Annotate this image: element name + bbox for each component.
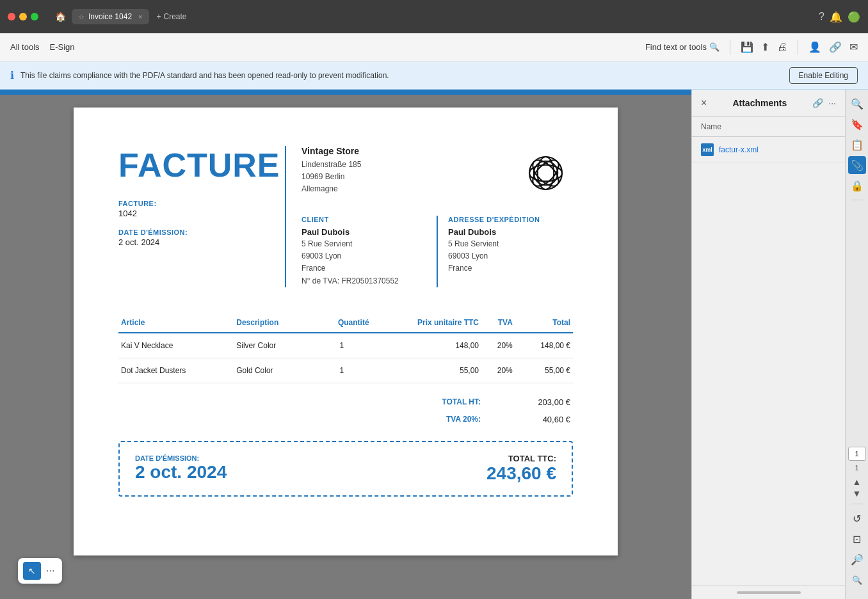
date-label: DATE D'ÉMISSION: [118, 228, 285, 236]
panel-header: × Attachments 🔗 ··· [692, 90, 845, 117]
sidebar-zoom-out-icon[interactable]: 🔍 [848, 571, 866, 589]
row2-article: Dot Jacket Dusters [118, 358, 234, 383]
find-text-area[interactable]: Find text or tools 🔍 [645, 42, 719, 52]
panel-more-icon[interactable]: ··· [828, 98, 836, 108]
invoice-title: FACTURE [118, 146, 285, 184]
maximize-button[interactable] [31, 13, 38, 20]
panel-scroll: xml factur-x.xml [692, 137, 845, 586]
footer-date-value: 2 oct. 2024 [135, 462, 227, 483]
all-tools-link[interactable]: All tools [10, 42, 40, 52]
enable-editing-button[interactable]: Enable Editing [789, 67, 858, 84]
client-address-3: France [301, 262, 426, 275]
row1-qty: 1 [312, 333, 371, 358]
panel-close-button[interactable]: × [701, 97, 707, 109]
row1-total: 148,00 € [515, 333, 573, 358]
sidebar-zoom-in-icon[interactable]: 🔎 [848, 550, 866, 568]
row1-description: Silver Color [234, 333, 312, 358]
panel-column-header: Name [692, 117, 845, 137]
invoice-left: FACTURE FACTURE: 1042 DATE D'ÉMISSION: 2… [118, 146, 285, 287]
attachment-filename: factur-x.xml [719, 145, 759, 154]
client-tva: N° de TVA: FR20501370552 [301, 275, 426, 287]
total-ht-row: TOTAL HT: 203,00 € [118, 394, 573, 411]
new-tab-button[interactable]: + Create [152, 9, 192, 24]
sidebar-divider-2 [851, 504, 864, 504]
plus-icon: + [157, 12, 161, 21]
sidebar-lock-icon[interactable]: 🔒 [848, 177, 866, 195]
print-icon[interactable]: 🖨 [777, 42, 787, 53]
minimize-button[interactable] [19, 13, 27, 20]
user-icon[interactable]: 👤 [808, 41, 821, 53]
total-ht-label: TOTAL HT: [442, 397, 481, 406]
tab-invoice[interactable]: ☆ Invoice 1042 × [72, 9, 149, 24]
shipping-name: Paul Dubois [448, 227, 573, 237]
save-icon[interactable]: 💾 [741, 41, 753, 53]
tab-label: Invoice 1042 [88, 12, 132, 21]
bottom-toolbar: ↖ ··· [18, 558, 62, 584]
toolbar-icons: 💾 ⬆ 🖨 👤 🔗 ✉ [741, 40, 858, 55]
row2-description: Gold Color [234, 358, 312, 383]
next-page-arrow[interactable]: ▼ [853, 488, 862, 499]
col-article: Article [118, 313, 234, 333]
shipping-address-2: 69003 Lyon [448, 250, 573, 262]
mail-icon[interactable]: ✉ [849, 41, 858, 53]
nav-arrows: ▲ ▼ [853, 477, 862, 499]
shipping-address-3: France [448, 262, 573, 275]
footer-date-label: DATE D'ÉMISSION: [135, 454, 227, 462]
invoice-center: Vintage Store Lindenstraße 185 10969 Ber… [285, 146, 573, 287]
invoice-date-meta: DATE D'ÉMISSION: 2 oct. 2024 [118, 228, 285, 247]
help-icon[interactable]: ? [819, 11, 824, 22]
invoice-table: Article Description Quantité Prix unitai… [118, 313, 573, 383]
sidebar-search-icon[interactable]: 🔍 [848, 95, 866, 113]
shipping-section-label: ADRESSE D'EXPÉDITION [448, 216, 573, 223]
pointer-tool-button[interactable]: ↖ [23, 562, 41, 580]
invoice-facture-meta: FACTURE: 1042 [118, 200, 285, 218]
main-area: FACTURE FACTURE: 1042 DATE D'ÉMISSION: 2… [0, 90, 868, 599]
sidebar-copy-icon[interactable]: 📋 [848, 136, 866, 154]
company-logo [518, 146, 573, 203]
home-button[interactable]: 🏠 [51, 8, 69, 26]
totals-section: TOTAL HT: 203,00 € TVA 20%: 40,60 € [118, 394, 573, 428]
link-icon[interactable]: 🔗 [829, 41, 842, 53]
row2-qty: 1 [312, 358, 371, 383]
search-icon[interactable]: 🔍 [709, 42, 719, 52]
more-tools-button[interactable]: ··· [44, 563, 57, 579]
window-controls: ? 🔔 🟢 [819, 11, 860, 23]
sidebar-attachment-icon[interactable]: 📎 [848, 156, 866, 174]
panel-title: Attachments [732, 98, 787, 108]
sidebar-crop-icon[interactable]: ⊡ [848, 530, 866, 548]
company-name: Vintage Store [301, 146, 361, 156]
upload-icon[interactable]: ⬆ [761, 41, 769, 53]
col-description: Description [234, 313, 312, 333]
right-sidebar: 🔍 🔖 📋 📎 🔒 1 1 ▲ ▼ ↺ ⊡ 🔎 🔍 [845, 90, 868, 599]
footer-total-value: 243,60 € [486, 463, 556, 484]
client-section: CLIENT Paul Dubois 5 Rue Servient 69003 … [301, 216, 573, 287]
close-button[interactable] [8, 13, 15, 20]
window-chrome: 🏠 ☆ Invoice 1042 × + Create ? 🔔 🟢 [0, 0, 868, 33]
prev-page-arrow[interactable]: ▲ [853, 477, 862, 487]
row2-tva: 20% [481, 358, 515, 383]
row2-prix: 55,00 [372, 358, 481, 383]
footer-date-section: DATE D'ÉMISSION: 2 oct. 2024 [135, 454, 227, 483]
toolbar-separator-2 [798, 40, 798, 55]
esign-link[interactable]: E-Sign [50, 42, 75, 52]
page-number-box[interactable]: 1 [848, 447, 866, 461]
panel-scrollbar[interactable] [737, 591, 801, 594]
tab-close-icon[interactable]: × [138, 13, 142, 20]
pdf-viewer: FACTURE FACTURE: 1042 DATE D'ÉMISSION: 2… [0, 90, 691, 599]
row1-prix: 148,00 [372, 333, 481, 358]
panel-share-icon[interactable]: 🔗 [812, 98, 823, 108]
company-address-3: Allemagne [301, 183, 361, 195]
client-section-label: CLIENT [301, 216, 426, 223]
shipping-column: ADRESSE D'EXPÉDITION Paul Dubois 5 Rue S… [437, 216, 573, 287]
date-value: 2 oct. 2024 [118, 237, 285, 247]
find-text-label: Find text or tools [645, 42, 707, 52]
sidebar-bookmark-icon[interactable]: 🔖 [848, 115, 866, 133]
company-address-2: 10969 Berlin [301, 171, 361, 183]
avatar-icon[interactable]: 🟢 [848, 11, 860, 23]
tab-bar: 🏠 ☆ Invoice 1042 × + Create [51, 8, 814, 26]
toolbar-separator [730, 40, 730, 55]
sidebar-refresh-icon[interactable]: ↺ [848, 509, 866, 527]
footer-total-label: TOTAL TTC: [486, 454, 556, 463]
attachment-item[interactable]: xml factur-x.xml [692, 137, 845, 163]
notifications-icon[interactable]: 🔔 [830, 11, 842, 23]
